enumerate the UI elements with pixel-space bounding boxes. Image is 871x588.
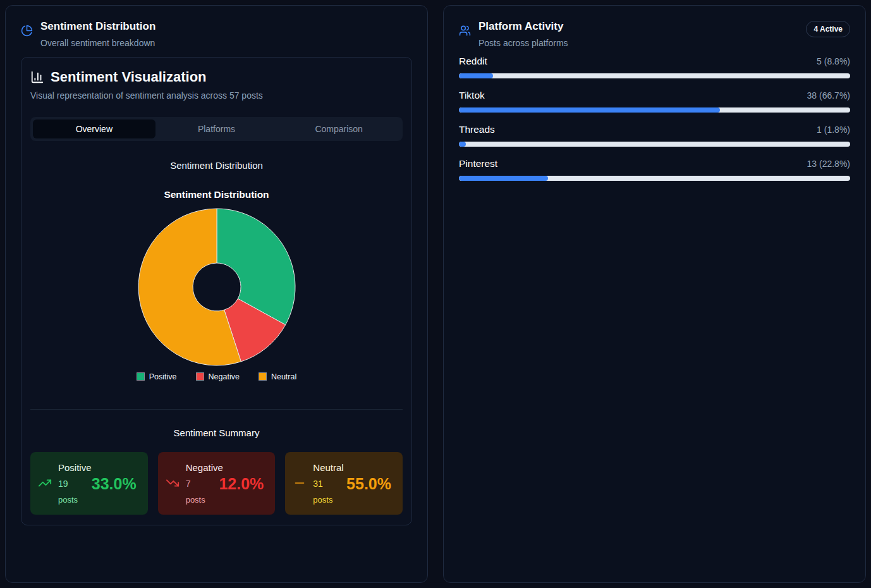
card-subtitle: Visual representation of sentiment analy… xyxy=(30,90,403,101)
neutral-percentage: 55.0% xyxy=(346,475,395,493)
dashboard-page: Sentiment Distribution Overall sentiment… xyxy=(0,0,871,588)
summary-title: Sentiment Summary xyxy=(30,427,403,438)
summary-card-positive: Positive 19 33.0% posts xyxy=(30,452,148,515)
platform-row-tiktok: Tiktok 38 (66.7%) xyxy=(459,90,850,113)
trending-down-icon xyxy=(166,476,180,490)
panel-title: Sentiment Distribution xyxy=(40,18,155,35)
platform-activity-panel: Platform Activity Posts across platforms… xyxy=(443,5,866,583)
tab-comparison[interactable]: Comparison xyxy=(277,119,400,138)
trending-up-icon xyxy=(38,476,52,490)
platform-list: Reddit 5 (8.8%) Tiktok 38 (66.7%) Thre xyxy=(459,56,850,181)
platform-row-threads: Threads 1 (1.8%) xyxy=(459,124,850,147)
section-divider xyxy=(30,409,403,410)
tiktok-progress-bar xyxy=(459,107,850,113)
platform-row-pinterest: Pinterest 13 (22.8%) xyxy=(459,158,850,181)
sentiment-summary-grid: Positive 19 33.0% posts xyxy=(30,452,403,515)
panel-title: Platform Activity xyxy=(478,18,568,35)
sentiment-distribution-panel: Sentiment Distribution Overall sentiment… xyxy=(5,5,428,583)
legend-item-negative: Negative xyxy=(196,372,240,381)
sentiment-visualization-card: Sentiment Visualization Visual represent… xyxy=(21,57,412,525)
threads-progress-bar xyxy=(459,142,850,147)
summary-card-neutral: Neutral 31 55.0% posts xyxy=(285,452,403,515)
donut-chart xyxy=(30,208,403,366)
legend-item-positive: Positive xyxy=(137,372,177,381)
tab-overview[interactable]: Overview xyxy=(33,119,155,138)
legend-swatch-negative xyxy=(196,372,204,381)
chart-section-title: Sentiment Distribution xyxy=(30,160,403,171)
bar-chart-icon xyxy=(30,70,44,84)
platform-panel-header: Platform Activity Posts across platforms… xyxy=(459,18,850,48)
legend-swatch-positive xyxy=(137,372,145,381)
platform-row-reddit: Reddit 5 (8.8%) xyxy=(459,56,850,78)
active-platforms-badge: 4 Active xyxy=(806,21,850,37)
users-icon xyxy=(459,25,471,37)
view-tabs: Overview Platforms Comparison xyxy=(30,117,403,141)
chart-legend: Positive Negative Neutral xyxy=(30,372,403,381)
positive-percentage: 33.0% xyxy=(92,475,140,493)
donut-chart-title: Sentiment Distribution xyxy=(30,189,403,200)
pie-chart-icon xyxy=(21,25,33,37)
sentiment-panel-header: Sentiment Distribution Overall sentiment… xyxy=(21,18,412,48)
negative-percentage: 12.0% xyxy=(219,475,267,493)
summary-card-negative: Negative 7 12.0% posts xyxy=(158,452,276,515)
card-title: Sentiment Visualization xyxy=(51,69,207,85)
panel-subtitle: Overall sentiment breakdown xyxy=(40,38,155,48)
tab-platforms[interactable]: Platforms xyxy=(155,119,278,138)
pinterest-progress-bar xyxy=(459,176,850,181)
donut-slice-positive[interactable] xyxy=(217,209,295,325)
panel-subtitle: Posts across platforms xyxy=(478,38,568,48)
reddit-progress-bar xyxy=(459,73,850,78)
legend-swatch-neutral xyxy=(259,372,267,381)
minus-icon xyxy=(293,476,307,490)
legend-item-neutral: Neutral xyxy=(259,372,296,381)
